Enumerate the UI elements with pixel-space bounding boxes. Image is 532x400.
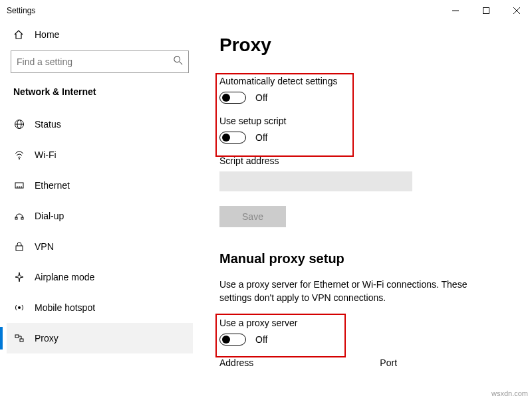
auto-detect-label: Automatically detect settings bbox=[219, 76, 512, 86]
globe-icon bbox=[13, 119, 25, 130]
sidebar-item-wifi[interactable]: Wi-Fi bbox=[7, 140, 193, 170]
svg-rect-15 bbox=[21, 217, 23, 219]
svg-rect-16 bbox=[16, 246, 23, 250]
airplane-icon bbox=[13, 272, 25, 282]
hotspot-icon bbox=[13, 302, 25, 313]
wifi-icon bbox=[13, 150, 25, 160]
sidebar-item-ethernet[interactable]: Ethernet bbox=[7, 170, 193, 201]
auto-detect-state: Off bbox=[255, 92, 267, 103]
address-label: Address bbox=[219, 357, 253, 368]
use-proxy-state: Off bbox=[255, 334, 267, 345]
sidebar-item-airplane[interactable]: Airplane mode bbox=[7, 262, 193, 292]
window-title: Settings bbox=[7, 6, 35, 15]
watermark: wsxdn.com bbox=[491, 389, 528, 397]
svg-point-4 bbox=[174, 56, 180, 62]
svg-point-9 bbox=[19, 158, 20, 159]
setup-script-state: Off bbox=[255, 132, 267, 143]
svg-rect-14 bbox=[15, 217, 17, 219]
sidebar-item-label: Dial-up bbox=[35, 211, 64, 221]
svg-rect-1 bbox=[483, 8, 489, 14]
ethernet-icon bbox=[13, 180, 25, 191]
sidebar-item-status[interactable]: Status bbox=[7, 109, 193, 140]
search-input[interactable] bbox=[17, 56, 174, 67]
auto-detect-toggle[interactable] bbox=[219, 92, 246, 104]
use-proxy-toggle[interactable] bbox=[219, 334, 246, 346]
port-label: Port bbox=[380, 357, 397, 368]
script-address-label: Script address bbox=[219, 155, 512, 166]
svg-rect-18 bbox=[15, 335, 19, 338]
script-address-input[interactable] bbox=[219, 171, 412, 191]
main-panel: Proxy Automatically detect settings Off … bbox=[200, 21, 532, 400]
sidebar-item-label: Airplane mode bbox=[35, 272, 94, 282]
page-title: Proxy bbox=[219, 35, 512, 56]
svg-point-17 bbox=[18, 306, 21, 309]
sidebar: Home Network & Internet Status Wi-Fi Eth… bbox=[0, 21, 200, 400]
sidebar-item-vpn[interactable]: VPN bbox=[7, 231, 193, 262]
save-button[interactable]: Save bbox=[219, 206, 286, 227]
proxy-icon bbox=[13, 333, 25, 344]
setup-script-label: Use setup script bbox=[219, 116, 512, 126]
sidebar-item-label: Ethernet bbox=[35, 180, 70, 191]
sidebar-section-title: Network & Internet bbox=[7, 84, 193, 109]
minimize-button[interactable] bbox=[440, 0, 471, 21]
sidebar-item-label: Wi-Fi bbox=[35, 150, 57, 160]
search-icon bbox=[174, 56, 183, 68]
sidebar-item-hotspot[interactable]: Mobile hotspot bbox=[7, 292, 193, 323]
manual-heading: Manual proxy setup bbox=[219, 251, 512, 266]
use-proxy-label: Use a proxy server bbox=[219, 318, 512, 328]
setup-script-toggle[interactable] bbox=[219, 132, 246, 144]
sidebar-item-label: Proxy bbox=[35, 333, 59, 344]
window-titlebar: Settings bbox=[0, 0, 532, 21]
home-icon bbox=[13, 29, 25, 40]
sidebar-item-dialup[interactable]: Dial-up bbox=[7, 201, 193, 231]
svg-rect-19 bbox=[20, 339, 23, 342]
manual-description: Use a proxy server for Ethernet or Wi-Fi… bbox=[219, 278, 499, 304]
dialup-icon bbox=[13, 211, 25, 221]
sidebar-item-label: Mobile hotspot bbox=[35, 302, 95, 313]
home-label: Home bbox=[35, 29, 59, 40]
svg-line-5 bbox=[180, 62, 182, 64]
sidebar-item-label: Status bbox=[35, 119, 61, 130]
vpn-icon bbox=[13, 241, 25, 252]
sidebar-item-label: VPN bbox=[35, 241, 54, 252]
search-input-container[interactable] bbox=[11, 50, 189, 73]
sidebar-home[interactable]: Home bbox=[7, 24, 193, 50]
close-button[interactable] bbox=[501, 0, 532, 21]
maximize-button[interactable] bbox=[471, 0, 501, 21]
sidebar-item-proxy[interactable]: Proxy bbox=[7, 323, 193, 353]
